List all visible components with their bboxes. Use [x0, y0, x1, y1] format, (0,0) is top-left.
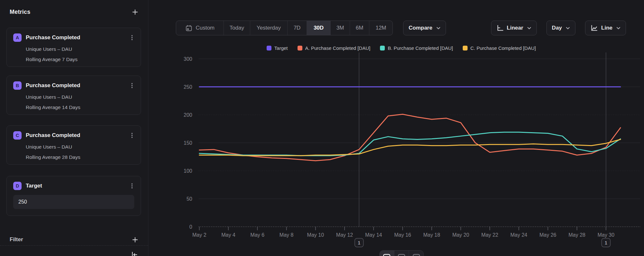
annotation-badge[interactable]: 1 — [601, 238, 610, 247]
metric-transform[interactable]: Rolling Average 28 Days — [26, 154, 134, 160]
metric-menu-button[interactable] — [128, 131, 136, 140]
metrics-title: Metrics — [10, 9, 30, 15]
metric-measure[interactable]: Unique Users – DAU — [26, 94, 134, 100]
view-chart-table-button[interactable] — [394, 251, 409, 256]
annotation-badge[interactable]: 1 — [355, 238, 364, 247]
metric-title: Purchase Completed — [26, 34, 80, 41]
x-axis-label: May 26 — [539, 232, 556, 238]
analytics-dashboard: { "sidebar": { "title": "Metrics", "metr… — [0, 0, 644, 256]
series-line-c — [199, 140, 620, 156]
metric-measure[interactable]: Unique Users – DAU — [26, 46, 134, 52]
filter-section: Filter — [10, 234, 140, 245]
target-value-input[interactable] — [13, 195, 134, 209]
view-table-button[interactable] — [409, 251, 423, 256]
filter-title: Filter — [10, 236, 23, 243]
metric-badge-b: B — [13, 81, 22, 90]
series-line-b — [199, 132, 620, 156]
x-axis-label: May 6 — [251, 232, 265, 238]
metric-badge-d: D — [13, 182, 22, 190]
y-axis-label: 50 — [186, 196, 192, 202]
x-axis-label: May 10 — [307, 232, 324, 238]
metric-menu-button[interactable] — [128, 33, 136, 42]
y-axis-label: 150 — [184, 140, 192, 146]
target-title: Target — [26, 183, 42, 189]
metric-measure[interactable]: Unique Users – DAU — [26, 144, 134, 150]
metric-menu-button[interactable] — [128, 81, 136, 90]
series-line-a — [199, 114, 620, 160]
view-chart-button[interactable] — [380, 251, 394, 256]
kebab-icon — [129, 34, 135, 41]
view-switcher — [379, 250, 424, 256]
sidebar-divider — [0, 245, 148, 246]
y-axis-label: 100 — [184, 168, 192, 174]
add-filter-button[interactable] — [130, 235, 140, 244]
x-axis-label: May 24 — [510, 232, 527, 238]
collapse-sidebar-button[interactable] — [129, 250, 139, 256]
metrics-sidebar: Metrics A Purchase Completed Unique User… — [0, 0, 148, 256]
svg-text:1: 1 — [358, 240, 360, 245]
metric-card-c[interactable]: C Purchase Completed Unique Users – DAU … — [6, 125, 141, 165]
metric-badge-a: A — [13, 33, 22, 42]
chart-table-view-icon — [397, 253, 406, 256]
metric-transform[interactable]: Rolling Average 14 Days — [26, 105, 134, 110]
plus-icon — [132, 236, 138, 243]
x-axis-label: May 16 — [394, 232, 411, 238]
x-axis-label: May 22 — [481, 232, 498, 238]
plus-icon — [132, 9, 138, 15]
target-menu-button[interactable] — [128, 182, 136, 190]
x-axis-label: May 20 — [452, 232, 469, 238]
kebab-icon — [129, 132, 135, 139]
metrics-line-chart: 050100150200250300May 2May 4May 6May 8Ma… — [148, 0, 644, 256]
target-card[interactable]: D Target — [6, 176, 141, 216]
x-axis-label: May 28 — [568, 232, 585, 238]
svg-text:1: 1 — [605, 240, 607, 245]
metric-transform[interactable]: Rolling Average 7 Days — [26, 57, 134, 62]
chart-panel: Custom Today Yesterday 7D 30D 3M 6M 12M … — [148, 0, 644, 256]
x-axis-label: May 30 — [598, 232, 615, 238]
metric-card-a[interactable]: A Purchase Completed Unique Users – DAU … — [6, 28, 141, 67]
x-axis-label: May 2 — [192, 232, 206, 238]
x-axis-label: May 8 — [279, 232, 294, 238]
metric-card-b[interactable]: B Purchase Completed Unique Users – DAU … — [6, 76, 141, 115]
sidebar-header: Metrics — [10, 7, 140, 17]
y-axis-label: 0 — [189, 224, 192, 230]
y-axis-label: 250 — [184, 84, 192, 90]
x-axis-label: May 18 — [423, 232, 440, 238]
x-axis-label: May 12 — [336, 232, 353, 238]
kebab-icon — [129, 82, 135, 89]
y-axis-label: 300 — [184, 56, 192, 62]
y-axis-label: 200 — [184, 112, 192, 118]
kebab-icon — [129, 183, 135, 189]
table-view-icon — [412, 253, 421, 256]
metric-badge-c: C — [13, 131, 22, 140]
x-axis-label: May 14 — [365, 232, 382, 238]
metric-title: Purchase Completed — [26, 132, 80, 139]
x-axis-label: May 4 — [221, 232, 235, 238]
collapse-panel-icon — [130, 251, 138, 256]
add-metric-button[interactable] — [130, 7, 140, 17]
metric-title: Purchase Completed — [26, 82, 80, 89]
chart-view-icon — [383, 253, 391, 256]
